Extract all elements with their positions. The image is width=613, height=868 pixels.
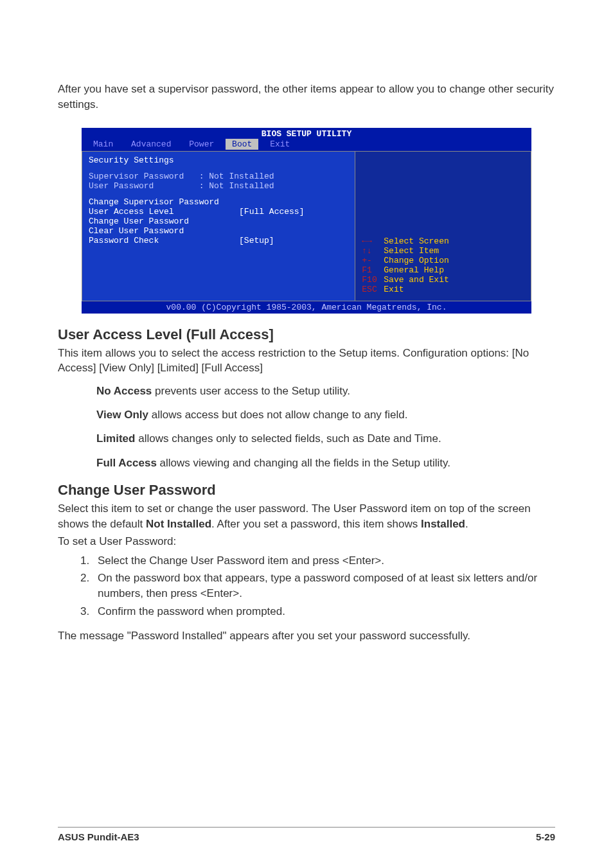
bios-title: BIOS SETUP UTILITY [82, 128, 531, 139]
opt-label: Limited [96, 432, 135, 445]
help-key: F10 [362, 275, 384, 285]
text: . After you set a password, this item sh… [211, 518, 421, 530]
footer-product: ASUS Pundit-AE3 [58, 831, 139, 842]
tab-main[interactable]: Main [87, 139, 120, 150]
bios-tabs: Main Advanced Power Boot Exit [82, 139, 531, 151]
bios-section-title: Security Settings [89, 155, 348, 165]
row-value: : Not Installed [199, 172, 274, 181]
footer-page-number: 5-29 [536, 831, 555, 842]
opt-text: prevents user access to the Setup utilit… [152, 385, 350, 397]
opt-limited: Limited allows changes only to selected … [96, 431, 555, 446]
row-value: : Not Installed [199, 181, 274, 191]
opt-full-access: Full Access allows viewing and changing … [96, 456, 555, 470]
opt-no-access: No Access prevents user access to the Se… [96, 384, 555, 398]
cup-paragraph-2: To set a User Password: [58, 534, 555, 549]
text: . [465, 518, 468, 530]
tab-exit[interactable]: Exit [263, 139, 296, 150]
opt-label: No Access [96, 385, 152, 397]
cup-paragraph-1: Select this item to set or change the us… [58, 501, 555, 531]
bios-left-pane: Security Settings Supervisor Password : … [82, 151, 355, 301]
menu-item[interactable]: Change Supervisor Password [89, 197, 219, 207]
help-key: F1 [362, 265, 384, 275]
step-item: On the password box that appears, type a… [93, 571, 555, 601]
opt-text: allows access but does not allow change … [148, 409, 408, 421]
opt-text: allows viewing and changing all the fiel… [157, 457, 450, 469]
menu-value: [Full Access] [239, 207, 304, 217]
opt-text: allows changes only to selected fields, … [135, 432, 441, 445]
heading-change-user-password: Change User Password [58, 482, 555, 499]
menu-value: [Setup] [239, 236, 274, 245]
menu-item[interactable]: User Access Level [89, 207, 174, 217]
step-item: Select the Change User Password item and… [93, 553, 555, 569]
help-text: Save and Exit [384, 275, 449, 285]
row-label: User Password [89, 181, 154, 191]
menu-item[interactable]: Clear User Password [89, 226, 184, 236]
help-text: Change Option [384, 256, 449, 265]
opt-label: Full Access [96, 457, 157, 469]
help-text: General Help [384, 265, 444, 275]
cup-paragraph-3: The message "Password Installed" appears… [58, 628, 555, 643]
help-key: ←→ [362, 236, 384, 246]
help-key: ESC [362, 285, 384, 294]
intro-paragraph: After you have set a supervisor password… [58, 82, 555, 112]
menu-item[interactable]: Change User Password [89, 217, 189, 226]
bios-copyright: v00.00 (C)Copyright 1985-2003, American … [82, 301, 531, 314]
ual-description: This item allows you to select the acces… [58, 346, 555, 376]
bold-installed: Installed [421, 518, 465, 530]
opt-view-only: View Only allows access but does not all… [96, 407, 555, 422]
bold-not-installed: Not Installed [146, 518, 211, 530]
page-footer: ASUS Pundit-AE3 5-29 [58, 827, 555, 842]
row-label: Supervisor Password [89, 172, 184, 181]
tab-advanced[interactable]: Advanced [125, 139, 177, 150]
heading-user-access-level: User Access Level (Full Access] [58, 326, 555, 343]
menu-item[interactable]: Password Check [89, 236, 159, 245]
tab-power[interactable]: Power [182, 139, 220, 150]
bios-right-pane: ←→Select Screen ↑↓Select Item +-Change O… [355, 151, 531, 301]
opt-label: View Only [96, 409, 148, 421]
bios-help-keys: ←→Select Screen ↑↓Select Item +-Change O… [362, 236, 524, 294]
bios-screenshot: BIOS SETUP UTILITY Main Advanced Power B… [82, 128, 531, 314]
help-text: Select Screen [384, 236, 449, 246]
help-key: ↑↓ [362, 246, 384, 256]
help-text: Exit [384, 285, 404, 294]
tab-boot[interactable]: Boot [226, 139, 258, 150]
steps-list: Select the Change User Password item and… [58, 553, 555, 619]
help-text: Select Item [384, 246, 439, 256]
step-item: Confirm the password when prompted. [93, 604, 555, 619]
help-key: +- [362, 256, 384, 265]
